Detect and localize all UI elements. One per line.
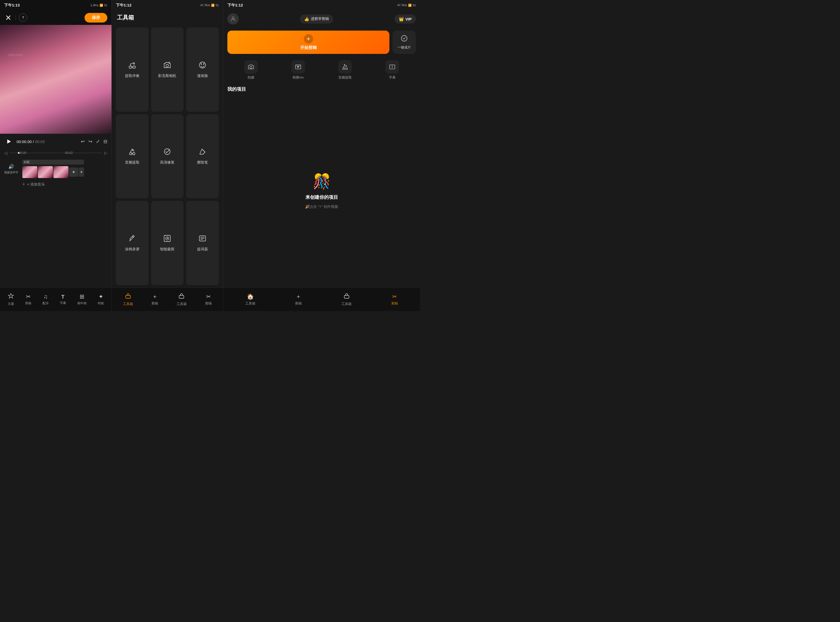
right-tab-home[interactable]: 🏠 工具箱 xyxy=(240,292,261,307)
quick-audio-extract[interactable]: 音频提取 xyxy=(338,60,352,80)
tool-eraser[interactable]: 擦除笔 xyxy=(186,114,219,198)
ruler-label-0: 00:00 xyxy=(19,151,26,155)
panel-mid: 下午1:12 47.7K/s 📶 51 工具箱 提取伴奏 xyxy=(111,0,223,311)
tool-hd-restore[interactable]: 高清修复 xyxy=(151,114,184,198)
toolbar-effects[interactable]: ✦ 特效 xyxy=(96,292,106,306)
toolbar-music[interactable]: ♫ 配乐 xyxy=(40,292,51,306)
join-group-button[interactable]: 👍 进群学剪辑 xyxy=(300,15,333,24)
more-icon[interactable]: ⊟ xyxy=(104,139,107,144)
network-speed-mid: 47.7K/s xyxy=(200,4,210,7)
add-music-row[interactable]: + + 添加音乐 xyxy=(0,180,111,189)
vip-crown-icon: 👑 xyxy=(399,17,404,21)
vip-button[interactable]: 👑 VIP xyxy=(395,15,416,24)
svg-rect-10 xyxy=(130,152,132,155)
toolbox2-nav-icon xyxy=(179,293,185,300)
help-button[interactable]: ? xyxy=(19,14,27,22)
add-music-label: + 添加音乐 xyxy=(27,182,45,187)
right-tab-edit[interactable]: + 剪辑 xyxy=(290,292,307,307)
join-group-label: 进群学剪辑 xyxy=(311,17,329,21)
add-clip-button[interactable]: + xyxy=(69,168,78,177)
hd-restore-label: 高清修复 xyxy=(160,160,174,165)
right-tab-toolbox[interactable]: 工具箱 xyxy=(336,292,357,307)
svg-point-21 xyxy=(232,17,234,19)
fullscreen-icon[interactable]: ⤢ xyxy=(96,139,100,144)
empty-subtitle: 🎉点击 "+" 创作视频 xyxy=(305,204,338,209)
tool-effects-cam[interactable]: 影克斯相机 xyxy=(151,27,184,112)
teleprompter-icon xyxy=(199,234,207,244)
one-click-button[interactable]: 一键成片 xyxy=(393,30,416,54)
right-tab-cut[interactable]: ✂ 剪辑 xyxy=(386,292,403,307)
album-mv-label: 相册mv xyxy=(292,75,304,80)
video-background xyxy=(0,25,111,134)
caption-label: 字幕 xyxy=(60,301,66,305)
ruler-playhead xyxy=(18,152,20,154)
quick-album-mv[interactable]: 相册mv xyxy=(292,60,305,80)
tool-teleprompter[interactable]: 提词器 xyxy=(186,201,219,285)
undo-icon[interactable]: ↩ xyxy=(81,139,85,144)
close-icon xyxy=(5,15,11,20)
svg-rect-4 xyxy=(133,66,135,68)
quick-caption[interactable]: T 字幕 xyxy=(385,60,399,80)
hd-restore-icon xyxy=(163,148,171,158)
redo-icon[interactable]: ↪ xyxy=(89,139,92,144)
save-button[interactable]: 保存 xyxy=(84,13,107,23)
mid-tab-toolbox2[interactable]: 工具箱 xyxy=(171,292,192,307)
edit-nav-label-right: 剪辑 xyxy=(295,301,302,306)
ruler-next-icon[interactable]: ▷ xyxy=(102,151,107,156)
svg-rect-11 xyxy=(133,152,135,155)
svg-point-23 xyxy=(250,66,252,69)
panel-left: 下午1:13 1.2K/s 📶 51 ? 保存 rjshe.com xyxy=(0,0,111,311)
caption-qa-icon: T xyxy=(389,64,396,70)
tool-smart-crop[interactable]: 智能裁剪 xyxy=(151,201,184,285)
tool-doodle-record[interactable]: 涂鸦录屏 xyxy=(116,201,148,285)
toolbox-nav-icon-right xyxy=(344,293,350,300)
timeline-controls: 00:00.00 / 00:03 ↩ ↪ ⤢ ⊟ xyxy=(0,134,111,149)
edit-nav-icon-right: + xyxy=(296,293,300,300)
mid-tab-toolbox[interactable]: 工具箱 xyxy=(118,292,138,307)
clip-thumb-3 xyxy=(53,166,69,178)
toolbox-nav-label: 工具箱 xyxy=(123,302,133,306)
start-edit-area: + 开始剪辑 一键成片 xyxy=(223,27,420,57)
smart-crop-icon xyxy=(163,234,171,244)
user-avatar[interactable] xyxy=(228,13,239,24)
battery-right: 51 xyxy=(413,4,416,7)
one-click-label: 一键成片 xyxy=(397,45,411,50)
cover-badge[interactable]: 封面 xyxy=(22,160,84,165)
tool-extract-music[interactable]: 提取伴奏 xyxy=(116,27,148,112)
close-button[interactable] xyxy=(4,14,12,22)
wifi-icon-right: 📶 xyxy=(408,4,412,7)
track-label-audio: 🔊 视频原声开 xyxy=(2,164,20,174)
album-mv-icon xyxy=(295,64,301,70)
status-bar-right: 下午1:12 47.7K/s 📶 51 xyxy=(223,0,420,11)
svg-rect-25 xyxy=(343,68,345,69)
teleprompter-label: 提词器 xyxy=(197,247,208,252)
bottom-toolbar-right: 🏠 工具箱 + 剪辑 工具箱 ✂ 剪辑 xyxy=(223,288,420,311)
eraser-label: 擦除笔 xyxy=(197,160,208,165)
network-speed-left: 1.2K/s xyxy=(90,4,99,7)
start-edit-label: 开始剪辑 xyxy=(300,45,317,50)
mid-tab-edit[interactable]: + 剪辑 xyxy=(146,292,163,307)
effects-cam-icon xyxy=(163,61,171,71)
toolbar-caption[interactable]: T 字幕 xyxy=(58,293,68,306)
mid-tab-cut[interactable]: ✂ 剪辑 xyxy=(200,292,217,307)
tool-cartoon-face[interactable]: 漫画脸 xyxy=(186,27,219,112)
watermark: rjshe.com xyxy=(8,53,22,57)
start-edit-button[interactable]: + 开始剪辑 xyxy=(228,30,389,54)
status-icons-left: 1.2K/s 📶 51 xyxy=(90,4,107,7)
my-projects-title: 我的项目 xyxy=(223,83,420,95)
toolbar-edit[interactable]: ✂ 剪辑 xyxy=(23,292,34,306)
right-top-bar: 👍 进群学剪辑 👑 VIP xyxy=(223,11,420,27)
theme-label: 主题 xyxy=(8,302,14,306)
ruler-prev-icon[interactable]: ◁ xyxy=(4,151,9,156)
toolbar-pip[interactable]: ⊞ 画中画 xyxy=(75,292,89,306)
volume-icon: 🔊 xyxy=(8,164,14,169)
svg-point-8 xyxy=(201,64,202,65)
expand-clip-button[interactable]: + xyxy=(79,168,84,177)
quick-shoot[interactable]: 拍摄 xyxy=(244,60,258,80)
add-music-plus-icon: + xyxy=(22,182,25,187)
play-button[interactable] xyxy=(4,137,14,146)
caption-icon: T xyxy=(61,294,64,300)
tool-audio-extract[interactable]: 音频提取 xyxy=(116,114,148,198)
toolbar-theme[interactable]: 主题 xyxy=(6,292,16,307)
theme-icon xyxy=(8,293,14,300)
